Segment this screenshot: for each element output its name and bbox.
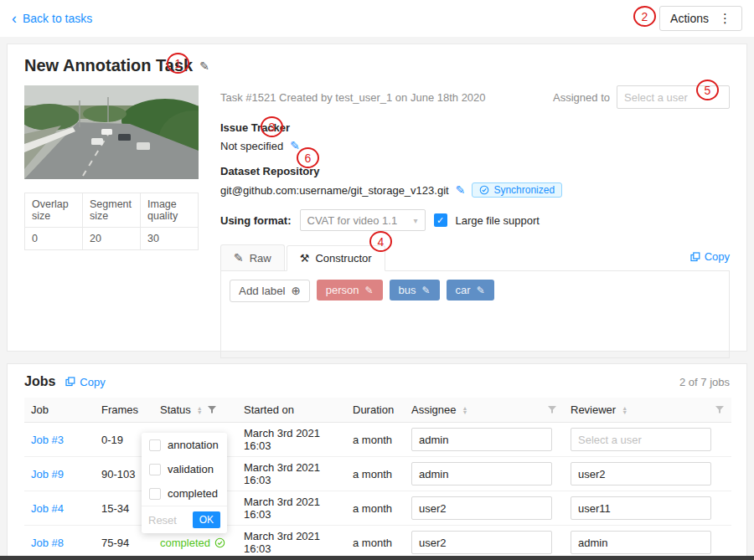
jobs-table-header-row: Job Frames Status ▲▼ Started on Duration… [24, 398, 731, 423]
job-duration: a month [346, 526, 405, 560]
annotation-circle-4: 4 [369, 231, 392, 252]
tool-icon: ⚒ [300, 252, 310, 265]
col-started: Started on [244, 403, 294, 416]
checkbox-completed[interactable] [149, 488, 161, 500]
large-file-label: Large file support [456, 214, 540, 227]
filter-ok-button[interactable]: OK [193, 511, 220, 528]
label-chip-bus-name: bus [399, 284, 416, 296]
job-link[interactable]: Job #3 [31, 434, 64, 446]
format-select[interactable]: CVAT for video 1.1 ▾ [300, 209, 426, 231]
dataset-repository-value: git@github.com:username/git_storage_v123… [220, 184, 449, 197]
large-file-checkbox[interactable]: ✓ [434, 213, 447, 227]
using-format-label: Using format: [220, 214, 292, 227]
assignee-filter-icon[interactable] [547, 405, 557, 414]
status-sort-icon[interactable]: ▲▼ [197, 406, 203, 414]
actions-button[interactable]: Actions ⋮ [659, 6, 742, 31]
reviewer-sort-icon[interactable]: ▲▼ [622, 406, 627, 414]
col-duration: Duration [353, 403, 394, 416]
assignee-input[interactable] [411, 496, 552, 520]
param-value-quality: 30 [141, 228, 199, 250]
edit-repository-icon[interactable]: ✎ [456, 183, 466, 197]
copy-icon [65, 377, 75, 387]
job-duration: a month [346, 423, 405, 457]
reviewer-filter-icon[interactable] [715, 405, 725, 414]
annotation-circle-5: 5 [696, 80, 719, 100]
label-chip-car[interactable]: car ✎ [447, 280, 494, 301]
param-header-quality: Image quality [141, 193, 199, 228]
assignee-input[interactable] [411, 531, 552, 554]
assignee-input[interactable] [411, 462, 552, 486]
jobs-card: Jobs Copy 2 of 7 jobs Job Frames Status … [7, 363, 747, 560]
checkbox-annotation[interactable] [149, 439, 161, 451]
labels-tabs: ✎ Raw ⚒ Constructor Copy [220, 244, 730, 271]
jobs-title: Jobs [24, 374, 55, 389]
assigned-to-label: Assigned to [553, 91, 610, 104]
copy-jobs-button[interactable]: Copy [65, 376, 105, 388]
filter-option-completed-label: completed [168, 487, 218, 500]
annotation-circle-6: 6 [297, 147, 319, 168]
assignee-sort-icon[interactable]: ▲▼ [462, 406, 467, 414]
back-to-tasks-link[interactable]: ‹ Back to tasks [12, 12, 92, 25]
col-reviewer: Reviewer [571, 403, 616, 416]
job-link[interactable]: Job #4 [31, 502, 64, 515]
jobs-table: Job Frames Status ▲▼ Started on Duration… [24, 398, 731, 560]
plus-circle-icon: ⊕ [292, 285, 301, 297]
copy-icon [690, 252, 700, 262]
edit-label-icon[interactable]: ✎ [365, 285, 374, 296]
job-row-9: Job #9 90-103 March 3rd 2021 16:03 a mon… [24, 457, 731, 491]
label-chip-bus[interactable]: bus ✎ [390, 280, 440, 301]
reviewer-input[interactable] [571, 531, 711, 554]
job-row-4: Job #4 15-34 March 3rd 2021 16:03 a mont… [24, 491, 731, 526]
checkbox-validation[interactable] [149, 464, 161, 475]
preview-traffic-scene [24, 85, 199, 179]
annotation-circle-2: 2 [633, 6, 656, 27]
label-chip-car-name: car [456, 284, 471, 296]
param-value-overlap: 0 [25, 228, 83, 250]
chevron-left-icon: ‹ [12, 13, 17, 24]
annotation-circle-1: 1 [167, 53, 189, 74]
col-frames: Frames [101, 403, 138, 416]
jobs-count: 2 of 7 jobs [679, 376, 730, 388]
job-status-completed: completed [160, 537, 230, 549]
job-link[interactable]: Job #9 [31, 468, 64, 480]
col-job: Job [31, 403, 49, 416]
job-started: March 3rd 2021 16:03 [237, 526, 346, 560]
check-circle-icon [214, 537, 225, 548]
tab-constructor-label: Constructor [315, 252, 371, 265]
status-filter-icon[interactable] [207, 405, 217, 414]
task-preview-image [24, 85, 199, 179]
filter-option-validation-label: validation [168, 463, 214, 475]
job-link[interactable]: Job #8 [31, 537, 64, 549]
job-row-3: Job #3 0-19 March 3rd 2021 16:03 a month [24, 423, 731, 457]
copy-labels-button[interactable]: Copy [690, 250, 730, 263]
reviewer-input[interactable] [571, 462, 711, 486]
chevron-down-icon: ▾ [413, 216, 417, 225]
col-status: Status [160, 403, 191, 416]
filter-reset-button[interactable]: Reset [148, 514, 177, 527]
task-meta-text: Task #1521 Created by test_user_1 on Jun… [220, 91, 486, 104]
edit-title-icon[interactable]: ✎ [199, 59, 209, 73]
dataset-repository-label: Dataset Repository [220, 165, 730, 177]
edit-label-icon[interactable]: ✎ [422, 285, 431, 296]
assignee-input[interactable] [411, 428, 552, 451]
reviewer-input[interactable] [571, 496, 711, 520]
bottom-edge-bar [0, 556, 754, 560]
task-card: New Annotation Task ✎ [7, 44, 747, 352]
task-params-table: Overlap size Segment size Image quality … [24, 193, 199, 250]
tab-raw-label: Raw [250, 252, 271, 265]
reviewer-input[interactable] [571, 428, 711, 451]
issue-tracker-value: Not specified [220, 140, 283, 152]
add-label-text: Add label [239, 285, 286, 297]
filter-option-completed[interactable]: completed [142, 481, 227, 506]
job-duration: a month [346, 491, 405, 526]
filter-option-annotation[interactable]: annotation [142, 433, 227, 457]
copy-jobs-label: Copy [80, 376, 105, 388]
filter-option-annotation-label: annotation [168, 439, 219, 451]
tab-raw[interactable]: ✎ Raw [220, 244, 285, 270]
label-chip-person[interactable]: person ✎ [317, 280, 383, 301]
filter-option-validation[interactable]: validation [142, 457, 227, 481]
edit-label-icon[interactable]: ✎ [477, 285, 485, 296]
tab-constructor[interactable]: ⚒ Constructor [287, 245, 385, 271]
add-label-button[interactable]: Add label ⊕ [230, 280, 310, 302]
issue-tracker-label: Issue Tracker [220, 121, 730, 134]
